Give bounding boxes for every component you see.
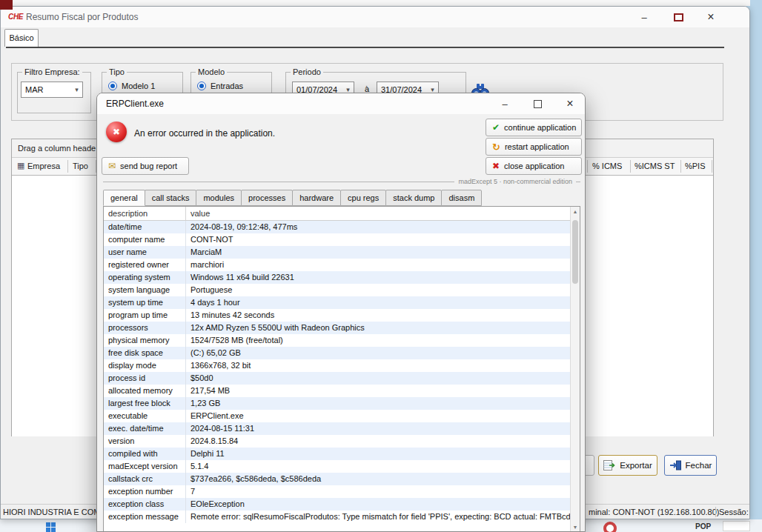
detail-value: 2024-08-15 11:31 (186, 422, 580, 435)
close-button[interactable]: × (698, 7, 724, 27)
main-tabstrip: Básico (1, 27, 749, 47)
detail-value: 2024-08-19, 09:12:48, 477ms (186, 221, 580, 233)
table-scrollbar[interactable]: ▲ ▼ (570, 207, 580, 532)
column-header-icms-st[interactable]: %ICMS ST (635, 158, 675, 175)
radio-selected-icon (197, 82, 206, 90)
panel-divider (6, 47, 724, 48)
detail-key: program up time (104, 309, 186, 322)
main-titlebar: CHE Resumo Fiscal por Produtos – × (1, 7, 749, 27)
tab-call-stacks[interactable]: call stacks (145, 190, 197, 206)
brand-line (576, 182, 580, 182)
dialog-titlebar: ERPClient.exe – × (97, 93, 585, 114)
table-row: system up time4 days 1 hour (104, 296, 580, 309)
dialog-tabs: general call stacks modules processes ha… (103, 190, 481, 206)
detail-key: system language (104, 284, 186, 296)
detail-key: callstack crc (104, 473, 186, 485)
fechar-label: Fechar (686, 461, 712, 470)
scrollbar-thumb[interactable] (572, 220, 578, 284)
empresa-combobox[interactable]: MAR ▾ (21, 82, 83, 98)
detail-key: system up time (104, 296, 186, 309)
table-row: largest free block1,23 GB (104, 397, 580, 410)
column-separator (587, 160, 588, 173)
close-application-button[interactable]: ✖ close application (486, 157, 582, 175)
windows-logo-icon[interactable] (46, 522, 56, 532)
detail-key: largest free block (104, 397, 186, 410)
dialog-close-button[interactable]: × (557, 93, 583, 114)
table-row: allocated memory217,54 MB (104, 385, 580, 397)
statusbar-separator (715, 507, 716, 517)
close-icon: × (566, 97, 573, 110)
send-label: send bug report (120, 162, 177, 170)
statusbar-company: HIORI INDUSTRIA E COM (3, 508, 100, 516)
detail-key: physical memory (104, 334, 186, 347)
table-row: program up time13 minutes 42 seconds (104, 309, 580, 322)
tab-stack-dump[interactable]: stack dump (385, 190, 442, 206)
detail-value: 4 days 1 hour (186, 296, 580, 309)
grid-icon: ▦ (17, 161, 24, 170)
table-row: madExcept version5.1.4 (104, 460, 580, 473)
tab-general[interactable]: general (103, 190, 145, 206)
column-separator (712, 160, 712, 173)
table-row: processors12x AMD Ryzen 5 5500U with Rad… (104, 322, 580, 334)
error-message: An error occurred in the application. (134, 128, 275, 139)
header-value[interactable]: value (186, 207, 580, 220)
send-bug-report-button[interactable]: ✉ send bug report (102, 157, 189, 175)
filtro-empresa-group: Filtro Empresa: MAR ▾ (17, 72, 91, 113)
radio-label: Entradas (211, 82, 243, 90)
dialog-title: ERPClient.exe (106, 99, 164, 109)
taskbar-tray-box[interactable] (723, 521, 750, 531)
table-row: callstack crc$737ea266, $c586deda, $c586… (104, 473, 580, 485)
continue-label: continue application (504, 123, 576, 132)
detail-key: date/time (104, 221, 186, 233)
detail-value: 1,23 GB (186, 397, 580, 410)
detail-key: executable (104, 410, 186, 422)
header-description[interactable]: description (104, 207, 186, 220)
check-icon: ✔ (492, 122, 500, 133)
table-row: date/time2024-08-19, 09:12:48, 477ms (104, 221, 580, 233)
tab-modules[interactable]: modules (196, 190, 242, 206)
detail-table: description value date/time2024-08-19, 0… (103, 206, 580, 532)
table-row: executableERPClient.exe (104, 410, 580, 422)
column-header-icms[interactable]: % ICMS (592, 158, 622, 175)
scroll-up-icon[interactable]: ▲ (573, 209, 578, 214)
table-row: exec. date/time2024-08-15 11:31 (104, 422, 580, 435)
detail-key: exception message (104, 511, 186, 523)
table-row: user nameMarciaM (104, 246, 580, 259)
tab-cpu-regs[interactable]: cpu regs (340, 190, 386, 206)
restart-application-button[interactable]: ↻ restart application (486, 138, 582, 156)
detail-value: Remote error: sqlResumoFiscalProdutos: T… (186, 511, 580, 523)
scroll-down-icon[interactable]: ▼ (573, 525, 578, 530)
tab-disasm[interactable]: disasm (441, 190, 482, 206)
table-row: operating systemWindows 11 x64 build 226… (104, 271, 580, 284)
notification-badge-icon[interactable] (603, 522, 617, 532)
detail-value: 13 minutes 42 seconds (186, 309, 580, 322)
fechar-button[interactable]: Fechar (664, 455, 717, 476)
column-header-empresa[interactable]: Empresa (27, 158, 60, 175)
detail-value: 1524/7528 MB (free/total) (186, 334, 580, 347)
maximize-button[interactable] (665, 7, 692, 27)
exportar-label: Exportar (620, 461, 652, 470)
exportar-button[interactable]: Exportar (598, 455, 657, 476)
detail-key: user name (104, 246, 186, 259)
column-header-pis[interactable]: %PIS (685, 158, 706, 175)
dialog-minimize-button[interactable]: – (491, 93, 518, 114)
statusbar-session: Sessão: 0 (719, 508, 750, 516)
dialog-maximize-button[interactable] (524, 93, 551, 114)
detail-value: 217,54 MB (186, 385, 580, 397)
detail-key: display mode (104, 359, 186, 372)
radio-modelo-1[interactable]: Modelo 1 (108, 81, 155, 91)
radio-label: Modelo 1 (122, 82, 155, 90)
tab-hardware[interactable]: hardware (292, 190, 341, 206)
column-header-tipo[interactable]: Tipo (73, 158, 88, 175)
continue-application-button[interactable]: ✔ continue application (486, 119, 582, 136)
radio-entradas[interactable]: Entradas (197, 81, 243, 91)
restart-label: restart application (505, 142, 569, 151)
detail-value: 1366x768, 32 bit (186, 359, 580, 372)
drag-hint-text: Drag a column heade (18, 144, 96, 153)
tab-basico[interactable]: Básico (4, 29, 39, 47)
detail-value: MarciaM (186, 246, 580, 259)
tab-processes[interactable]: processes (241, 190, 293, 206)
taskbar-pop-label: POP (695, 522, 711, 531)
error-dialog: ERPClient.exe – × ✖ An error occurred in… (96, 93, 586, 532)
minimize-button[interactable]: – (631, 7, 657, 27)
